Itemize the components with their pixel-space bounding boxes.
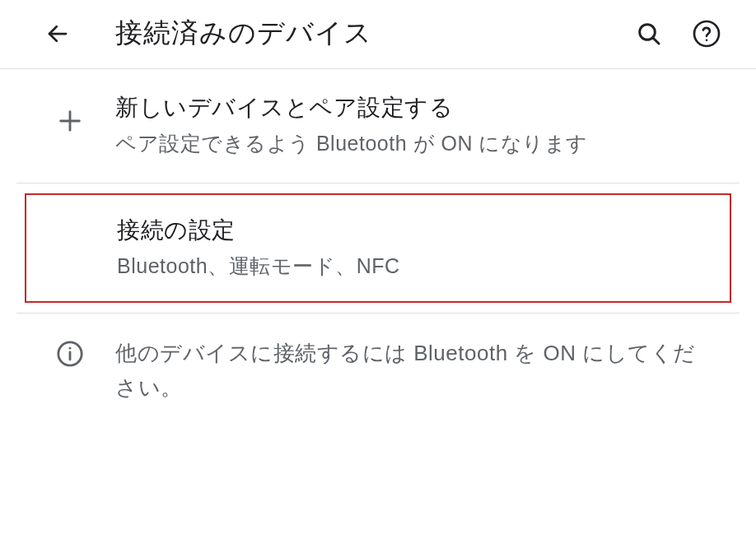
svg-point-3 [694,21,719,46]
page-title: 接続済みのデバイス [115,15,632,52]
settings-content: 接続の設定 Bluetooth、運転モード、NFC [117,215,721,282]
back-button[interactable] [41,17,74,50]
pair-icon-wrap [25,92,115,135]
settings-title: 接続の設定 [117,215,705,246]
svg-line-2 [653,37,659,43]
plus-icon [56,107,84,135]
help-icon [692,19,721,49]
pair-title: 新しいデバイスとペア設定する [115,92,707,123]
pair-new-device-item[interactable]: 新しいデバイスとペア設定する ペア設定できるよう Bluetooth が ON … [0,69,756,183]
settings-icon-wrap [26,215,117,230]
divider [16,183,740,183]
info-text: 他のデバイスに接続するには Bluetooth を ON にしてください。 [115,337,723,405]
svg-point-9 [69,347,72,350]
info-icon-wrap [25,337,115,368]
pair-subtitle: ペア設定できるよう Bluetooth が ON になります [115,128,707,160]
info-icon [56,340,84,368]
pair-content: 新しいデバイスとペア設定する ペア設定できるよう Bluetooth が ON … [115,92,723,160]
connection-settings-item[interactable]: 接続の設定 Bluetooth、運転モード、NFC [25,193,731,304]
settings-subtitle: Bluetooth、運転モード、NFC [117,251,705,282]
search-button[interactable] [632,17,665,50]
app-header: 接続済みのデバイス [0,0,756,69]
info-section: 他のデバイスに接続するには Bluetooth を ON にしてください。 [0,313,756,428]
header-actions [632,17,723,50]
svg-point-4 [706,39,708,41]
search-icon [636,21,662,47]
help-button[interactable] [690,17,723,50]
arrow-back-icon [45,21,70,46]
